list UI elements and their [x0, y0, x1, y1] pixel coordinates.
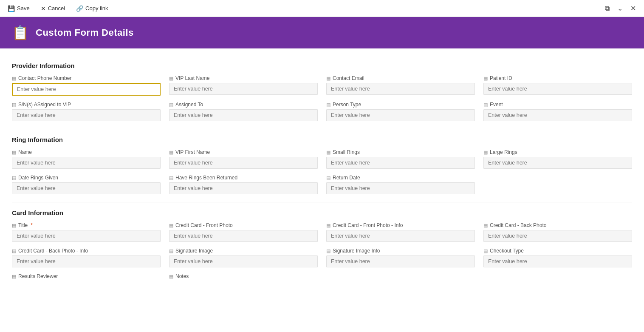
field-signature-image: ▤ Signature Image	[169, 248, 318, 267]
card-field-grid: ▤ Title * ▤ Credit Card - Front Photo ▤ …	[12, 222, 632, 267]
field-cc-front-info: ▤ Credit Card - Front Photo - Info	[326, 222, 475, 242]
field-sn-assigned: ▤ S/N(s) ASsigned to VIP	[12, 102, 161, 121]
vip-first-name-input[interactable]	[169, 157, 318, 169]
assigned-to-label: ▤ Assigned To	[169, 102, 318, 108]
date-rings-given-input[interactable]	[12, 182, 161, 194]
small-rings-label: ▤ Small Rings	[326, 149, 475, 155]
patient-id-input[interactable]	[483, 83, 632, 95]
event-input[interactable]	[483, 109, 632, 121]
save-icon: 💾	[8, 5, 15, 12]
field-results-reviewer: ▤ Results Reviewer	[12, 273, 161, 279]
field-icon: ▤	[326, 175, 330, 181]
field-large-rings: ▤ Large Rings	[483, 149, 632, 169]
contact-email-input[interactable]	[326, 83, 475, 95]
cc-front-photo-label: ▤ Credit Card - Front Photo	[169, 222, 318, 228]
cc-back-photo-input[interactable]	[483, 230, 632, 242]
contact-phone-input[interactable]	[12, 83, 161, 96]
cc-front-photo-input[interactable]	[169, 230, 318, 242]
sn-assigned-label: ▤ S/N(s) ASsigned to VIP	[12, 102, 161, 108]
save-button[interactable]: 💾 Save	[6, 4, 31, 13]
field-icon: ▤	[12, 102, 16, 108]
expand-button[interactable]: ⧉	[603, 4, 612, 13]
notes-label: ▤ Notes	[169, 273, 318, 279]
copy-link-label: Copy link	[85, 5, 108, 11]
field-icon: ▤	[169, 102, 173, 108]
field-person-type: ▤ Person Type	[326, 102, 475, 121]
field-icon: ▤	[12, 175, 16, 181]
vip-last-name-input[interactable]	[169, 83, 318, 95]
field-icon: ▤	[12, 274, 16, 279]
return-date-label: ▤ Return Date	[326, 175, 475, 181]
field-contact-phone: ▤ Contact Phone Number	[12, 75, 161, 96]
return-date-input[interactable]	[326, 182, 475, 194]
field-icon: ▤	[12, 223, 16, 228]
chevron-down-button[interactable]: ⌄	[615, 3, 625, 13]
close-button[interactable]: ✕	[628, 3, 638, 13]
field-have-rings-returned: ▤ Have Rings Been Returned	[169, 175, 318, 194]
copy-link-button[interactable]: 🔗 Copy link	[74, 4, 110, 13]
vip-first-name-label: ▤ VIP First Name	[169, 149, 318, 155]
cancel-icon: ✕	[41, 5, 46, 12]
cancel-label: Cancel	[48, 5, 65, 11]
bottom-field-grid: ▤ Results Reviewer ▤ Notes	[12, 273, 632, 279]
assigned-to-input[interactable]	[169, 109, 318, 121]
field-name: ▤ Name	[12, 149, 161, 169]
toolbar-right: ⧉ ⌄ ✕	[603, 3, 638, 13]
toolbar: 💾 Save ✕ Cancel 🔗 Copy link ⧉ ⌄ ✕	[0, 0, 644, 17]
ring-field-grid: ▤ Name ▤ VIP First Name ▤ Small Rings	[12, 149, 632, 194]
field-return-date: ▤ Return Date	[326, 175, 475, 194]
field-cc-back-photo: ▤ Credit Card - Back Photo	[483, 222, 632, 242]
checkout-type-input[interactable]	[483, 255, 632, 267]
cc-back-photo-label: ▤ Credit Card - Back Photo	[483, 222, 632, 228]
field-contact-email: ▤ Contact Email	[326, 75, 475, 96]
field-icon: ▤	[12, 76, 16, 81]
field-icon: ▤	[326, 223, 330, 228]
small-rings-input[interactable]	[326, 157, 475, 169]
field-date-rings-given: ▤ Date Rings Given	[12, 175, 161, 194]
signature-image-label: ▤ Signature Image	[169, 248, 318, 254]
contact-email-label: ▤ Contact Email	[326, 75, 475, 81]
field-icon: ▤	[12, 150, 16, 155]
have-rings-returned-input[interactable]	[169, 182, 318, 194]
person-type-label: ▤ Person Type	[326, 102, 475, 108]
field-vip-last-name: ▤ VIP Last Name	[169, 75, 318, 96]
person-type-input[interactable]	[326, 109, 475, 121]
cc-front-info-label: ▤ Credit Card - Front Photo - Info	[326, 222, 475, 228]
cc-back-info-input[interactable]	[12, 255, 161, 267]
name-input[interactable]	[12, 157, 161, 169]
vip-last-name-label: ▤ VIP Last Name	[169, 75, 318, 81]
field-cc-front-photo: ▤ Credit Card - Front Photo	[169, 222, 318, 242]
title-input[interactable]	[12, 230, 161, 242]
signature-image-info-input[interactable]	[326, 255, 475, 267]
field-checkout-type: ▤ Checkout Type	[483, 248, 632, 267]
field-icon: ▤	[483, 76, 488, 81]
link-icon: 🔗	[76, 5, 83, 12]
large-rings-input[interactable]	[483, 157, 632, 169]
page-title: Custom Form Details	[36, 27, 134, 38]
date-rings-given-label: ▤ Date Rings Given	[12, 175, 161, 181]
contact-phone-label: ▤ Contact Phone Number	[12, 75, 161, 81]
title-label: ▤ Title *	[12, 222, 161, 228]
cancel-button[interactable]: ✕ Cancel	[39, 4, 67, 13]
field-assigned-to: ▤ Assigned To	[169, 102, 318, 121]
field-icon: ▤	[483, 223, 488, 228]
patient-id-label: ▤ Patient ID	[483, 75, 632, 81]
field-icon: ▤	[326, 102, 330, 108]
field-small-rings: ▤ Small Rings	[326, 149, 475, 169]
signature-image-info-label: ▤ Signature Image Info	[326, 248, 475, 254]
field-event: ▤ Event	[483, 102, 632, 121]
field-icon: ▤	[483, 248, 488, 254]
provider-section-title: Provider Information	[12, 62, 632, 69]
sn-assigned-input[interactable]	[12, 109, 161, 121]
ring-section: Ring Information ▤ Name ▤ VIP First Name…	[12, 136, 632, 194]
have-rings-returned-label: ▤ Have Rings Been Returned	[169, 175, 318, 181]
cc-front-info-input[interactable]	[326, 230, 475, 242]
field-icon: ▤	[169, 76, 173, 81]
signature-image-input[interactable]	[169, 255, 318, 267]
divider-2	[12, 202, 632, 202]
card-section-title: Card Information	[12, 209, 632, 216]
field-patient-id: ▤ Patient ID	[483, 75, 632, 96]
field-icon: ▤	[169, 274, 173, 279]
field-cc-back-info: ▤ Credit Card - Back Photo - Info	[12, 248, 161, 267]
content-area: Provider Information ▤ Contact Phone Num…	[0, 48, 644, 289]
